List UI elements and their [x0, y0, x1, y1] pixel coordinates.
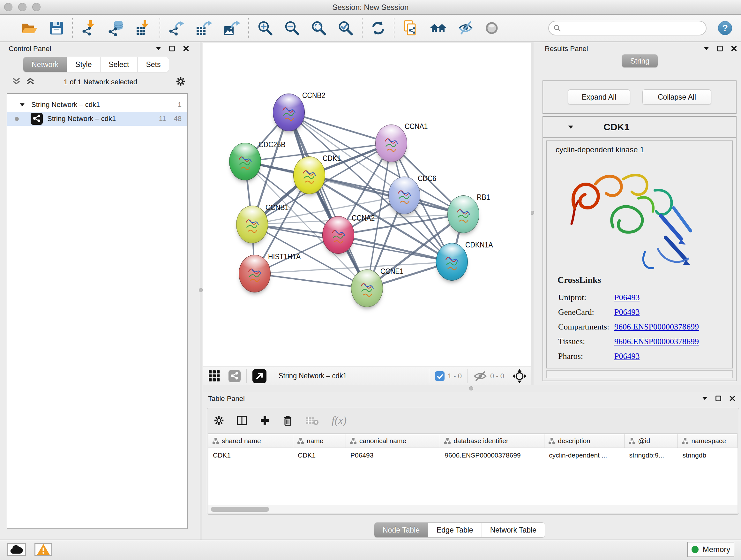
- results-panel-close-icon[interactable]: [731, 45, 737, 52]
- column-header-name[interactable]: name: [293, 434, 346, 448]
- cell-database-identifier[interactable]: 9606.ENSP00000378699: [440, 448, 544, 462]
- network-collection-row[interactable]: String Network – cdk1 1: [7, 98, 187, 112]
- cell-description[interactable]: cyclin-dependent ...: [544, 448, 624, 462]
- node-ccnb2[interactable]: [273, 94, 305, 131]
- close-window-button[interactable]: [4, 3, 12, 11]
- export-table-icon[interactable]: [196, 20, 212, 37]
- column-header--id[interactable]: @id: [624, 434, 678, 448]
- left-splitter-handle[interactable]: [199, 288, 203, 292]
- node-cdc25b[interactable]: [229, 143, 261, 180]
- results-panel-float-icon[interactable]: [717, 45, 723, 52]
- zoom-window-button[interactable]: [32, 3, 41, 11]
- cell-shared-name[interactable]: CDK1: [208, 448, 293, 462]
- show-columns-icon[interactable]: [237, 415, 247, 426]
- hide-unselected-icon[interactable]: [458, 20, 474, 36]
- collapse-all-button[interactable]: Collapse All: [643, 89, 711, 105]
- table-panel-menu-icon[interactable]: [702, 396, 708, 400]
- control-panel-float-icon[interactable]: [169, 45, 175, 52]
- help-button[interactable]: ?: [718, 21, 732, 35]
- compartments-link[interactable]: 9606.ENSP00000378699: [614, 322, 699, 332]
- delete-column-icon[interactable]: [282, 415, 293, 426]
- zoom-fit-icon[interactable]: [311, 20, 327, 36]
- search-box[interactable]: [548, 21, 706, 36]
- expand-all-button[interactable]: Expand All: [568, 89, 630, 105]
- zoom-selected-icon[interactable]: [338, 20, 354, 36]
- tab-style[interactable]: Style: [67, 57, 100, 72]
- minimize-window-button[interactable]: [18, 3, 26, 11]
- warnings-button[interactable]: [35, 543, 52, 556]
- grid-view-icon[interactable]: [209, 370, 220, 382]
- table-row[interactable]: CDK1CDK1P064939606.ENSP00000378699cyclin…: [208, 448, 738, 462]
- table-panel-float-icon[interactable]: [715, 395, 722, 401]
- zoom-in-icon[interactable]: [257, 20, 273, 36]
- cell--id[interactable]: stringdb:9...: [624, 448, 678, 462]
- export-image-icon[interactable]: [223, 20, 240, 37]
- node-rb1[interactable]: [448, 195, 479, 233]
- results-scrollbar[interactable]: [546, 370, 733, 378]
- uniprot-link[interactable]: P06493: [614, 293, 639, 302]
- search-input[interactable]: [563, 23, 701, 33]
- tab-string[interactable]: String: [622, 55, 658, 67]
- control-panel-menu-icon[interactable]: [156, 47, 161, 51]
- column-header-description[interactable]: description: [544, 434, 624, 448]
- table-hscrollbar-thumb[interactable]: [211, 507, 269, 512]
- string-home-icon[interactable]: [429, 21, 447, 36]
- node-cdc6[interactable]: [388, 177, 420, 214]
- tab-edge-table[interactable]: Edge Table: [428, 523, 482, 537]
- protein-disclosure-icon[interactable]: [568, 125, 574, 129]
- cloud-status-button[interactable]: [7, 543, 26, 556]
- add-column-icon[interactable]: [259, 415, 270, 426]
- right-splitter[interactable]: [531, 42, 534, 392]
- table-panel-close-icon[interactable]: [729, 395, 736, 401]
- node-ccne1[interactable]: [351, 269, 383, 307]
- tab-sets[interactable]: Sets: [137, 57, 169, 72]
- network-canvas[interactable]: CCNB2 CCNA1 CDC25B CDK1 CDC6 RB1 CCNB1 C…: [203, 43, 531, 367]
- control-panel-close-icon[interactable]: [183, 45, 189, 52]
- node-ccna1[interactable]: [375, 125, 407, 162]
- table-hscrollbar[interactable]: [208, 505, 738, 513]
- birds-eye-view-icon[interactable]: [253, 369, 266, 383]
- tab-node-table[interactable]: Node Table: [374, 523, 428, 537]
- save-session-icon[interactable]: [49, 21, 64, 36]
- collection-disclosure-icon[interactable]: [19, 103, 25, 107]
- left-splitter[interactable]: [200, 42, 202, 540]
- node-cdk1[interactable]: [293, 157, 325, 194]
- node-hist1h1a[interactable]: [239, 255, 271, 293]
- zoom-out-icon[interactable]: [284, 20, 300, 36]
- import-network-database-icon[interactable]: [108, 20, 125, 36]
- column-header-shared-name[interactable]: shared name: [208, 434, 293, 448]
- import-table-icon[interactable]: [135, 20, 151, 36]
- open-file-icon[interactable]: [21, 21, 38, 35]
- cell-canonical-name[interactable]: P06493: [346, 448, 440, 462]
- selected-checkbox-icon[interactable]: [435, 371, 445, 381]
- refresh-icon[interactable]: [371, 21, 386, 36]
- network-row-selected[interactable]: String Network – cdk1 11 48: [7, 112, 187, 126]
- column-header-canonical-name[interactable]: canonical name: [346, 434, 440, 448]
- protein-card-header[interactable]: CDK1: [543, 117, 736, 138]
- network-view-icon[interactable]: [228, 370, 241, 382]
- column-header-namespace[interactable]: namespace: [678, 434, 738, 448]
- node-cdkn1a[interactable]: [436, 243, 468, 281]
- collapse-all-networks-icon[interactable]: [11, 78, 21, 85]
- import-network-icon[interactable]: [81, 20, 97, 36]
- cell-namespace[interactable]: stringdb: [678, 448, 738, 462]
- network-options-gear-icon[interactable]: [176, 76, 186, 86]
- show-all-icon[interactable]: [484, 21, 499, 36]
- tissues-link[interactable]: 9606.ENSP00000378699: [614, 337, 699, 347]
- horizontal-splitter[interactable]: [203, 385, 741, 392]
- results-panel-menu-icon[interactable]: [704, 47, 709, 51]
- tab-network[interactable]: Network: [23, 57, 67, 72]
- clone-network-icon[interactable]: [403, 20, 419, 37]
- table-options-gear-icon[interactable]: [213, 415, 224, 426]
- export-network-icon[interactable]: [169, 20, 185, 36]
- node-ccnb1[interactable]: [236, 206, 268, 243]
- column-header-database-identifier[interactable]: database identifier: [440, 434, 544, 448]
- cell-name[interactable]: CDK1: [293, 448, 346, 462]
- tab-network-table[interactable]: Network Table: [482, 523, 545, 537]
- expand-all-networks-icon[interactable]: [25, 78, 35, 85]
- memory-button[interactable]: Memory: [687, 542, 734, 557]
- fit-selected-crosshair-icon[interactable]: [513, 369, 527, 383]
- pharos-link[interactable]: P06493: [614, 352, 639, 361]
- genecard-link[interactable]: P06493: [614, 307, 639, 317]
- tab-select[interactable]: Select: [100, 57, 138, 72]
